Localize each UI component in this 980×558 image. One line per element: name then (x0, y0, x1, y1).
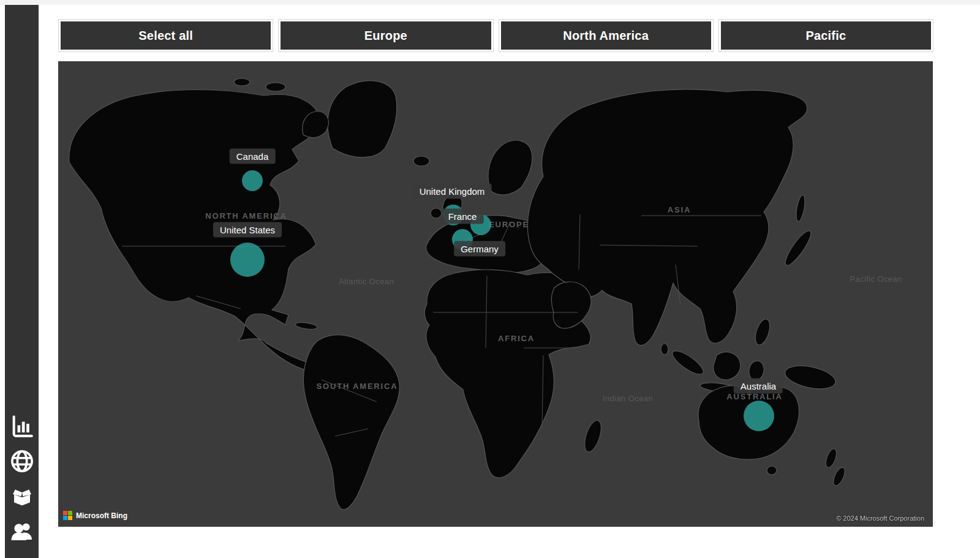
world-map-visual[interactable]: NORTH AMERICA SOUTH AMERICA EUROPE AFRIC… (58, 61, 933, 527)
bing-label: Microsoft Bing (76, 511, 127, 520)
filter-button-label: North America (501, 21, 711, 50)
map-region-label: SOUTH AMERICA (317, 382, 398, 391)
map-country-label-australia: Australia (734, 379, 783, 394)
map-country-label-united-states: United States (213, 222, 282, 238)
map-country-label-germany: Germany (454, 241, 505, 257)
microsoft-logo-icon (63, 511, 72, 520)
filter-button-label: Pacific (721, 21, 931, 50)
map-ocean-label: Pacific Ocean (850, 274, 902, 284)
map-region-label: EUROPE (489, 220, 529, 229)
map-country-label-united-kingdom: United Kingdom (413, 184, 492, 199)
filter-button-europe[interactable]: Europe (278, 19, 493, 52)
open-box-icon (10, 484, 34, 508)
map-region-label: NORTH AMERICA (205, 211, 287, 221)
map-copyright: © 2024 Microsoft Corporation (836, 515, 924, 522)
map-bubble-canada[interactable] (242, 170, 263, 191)
globe-icon (9, 448, 35, 474)
map-country-label-france: France (442, 209, 484, 224)
people-icon (9, 518, 35, 544)
filter-button-label: Select all (61, 21, 271, 50)
map-region-label: AFRICA (498, 334, 535, 343)
filter-button-label: Europe (281, 21, 491, 50)
map-ocean-label: Indian Ocean (603, 394, 653, 403)
map-bubble-australia[interactable] (744, 401, 774, 431)
sidebar-item-customers[interactable] (9, 518, 36, 545)
bing-attribution: Microsoft Bing (63, 511, 127, 520)
top-strip (0, 0, 980, 5)
sidebar-item-globe[interactable] (9, 448, 36, 475)
bar-chart-icon (10, 414, 34, 439)
map-ocean-label: Atlantic Ocean (339, 277, 394, 286)
map-region-label: ASIA (668, 205, 691, 214)
region-filter-row: Select all Europe North America Pacific (58, 19, 933, 52)
sidebar-item-product-box[interactable] (9, 483, 36, 510)
filter-button-pacific[interactable]: Pacific (718, 19, 933, 52)
page-nav-sidebar (5, 5, 39, 558)
sidebar-item-chart[interactable] (9, 413, 36, 440)
map-bubble-united-states[interactable] (230, 243, 265, 277)
filter-button-north-america[interactable]: North America (499, 19, 714, 52)
world-map-svg (58, 61, 933, 527)
filter-button-select-all[interactable]: Select all (58, 19, 273, 52)
map-country-label-canada: Canada (230, 149, 276, 164)
